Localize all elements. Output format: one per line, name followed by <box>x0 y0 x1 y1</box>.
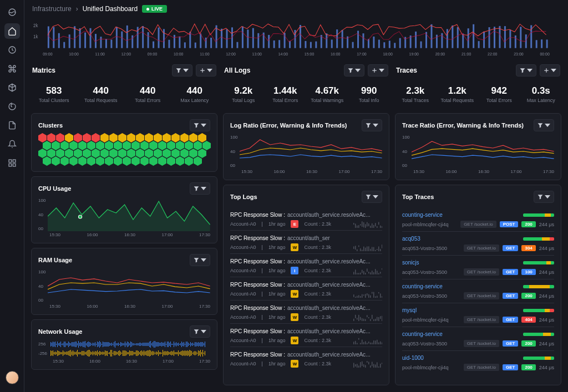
svg-rect-227 <box>373 340 374 344</box>
trace-row[interactable]: counting-service pool-mblmcqfer-cji4qGET… <box>402 211 554 231</box>
metrics-add-button[interactable] <box>196 64 216 77</box>
svg-rect-171 <box>370 272 371 274</box>
clusters-filter[interactable] <box>190 119 210 131</box>
svg-rect-233 <box>353 363 354 368</box>
cluster-hex[interactable] <box>131 156 140 166</box>
cluster-hex[interactable] <box>149 156 158 166</box>
svg-rect-45 <box>242 27 244 48</box>
svg-rect-2 <box>9 160 12 162</box>
svg-rect-212 <box>378 317 379 321</box>
svg-rect-64 <box>342 30 343 48</box>
cluster-hex[interactable] <box>78 156 87 166</box>
cluster-hex[interactable] <box>123 156 131 166</box>
logs-filter-button[interactable] <box>344 64 364 77</box>
trace-row[interactable]: counting-service acq053-Vostro-3500GET /… <box>402 279 554 303</box>
nav-clock[interactable] <box>4 42 20 58</box>
live-badge: LIVE <box>142 5 167 13</box>
svg-text:2k: 2k <box>33 23 38 28</box>
svg-rect-12 <box>69 34 70 48</box>
stat: 440Total Requests <box>78 85 124 103</box>
trace-row[interactable]: mysql pool-mblmcqfer-cji4qGET /socket.io… <box>402 303 554 327</box>
svg-rect-186 <box>365 294 366 298</box>
traces-add-button[interactable] <box>540 64 560 77</box>
nav-command[interactable] <box>4 61 20 77</box>
svg-rect-26 <box>142 26 144 48</box>
svg-rect-197 <box>353 319 354 321</box>
log-row[interactable]: RPC Response Slow :account/auth_service.… <box>230 300 382 323</box>
svg-rect-103 <box>546 39 548 48</box>
log-row[interactable]: RPC Response Slow :account/auth_service.… <box>230 211 382 230</box>
cpu-chart[interactable]: 1004000 15:3016:0016:3017:0017:30 <box>38 198 210 237</box>
log-row[interactable]: RPC Response Slow :account/auth_service.… <box>230 347 382 370</box>
cluster-hex[interactable] <box>114 156 122 166</box>
cluster-hex[interactable] <box>185 156 193 166</box>
trace-row[interactable]: sonicjs acq053-Vostro-3500GET /socket.io… <box>402 255 554 279</box>
trace-row[interactable]: acq053 acq053-Vostro-3500GET /socket.ioG… <box>402 231 554 255</box>
svg-rect-162 <box>355 269 356 274</box>
top-logs-filter[interactable] <box>362 191 382 203</box>
svg-rect-9 <box>53 27 54 48</box>
svg-text:00:00: 00:00 <box>540 51 549 56</box>
svg-rect-209 <box>373 319 374 321</box>
log-ratio-filter[interactable] <box>362 119 382 131</box>
stat: 440Max Latency <box>172 85 218 103</box>
nav-grid[interactable] <box>4 155 20 171</box>
cluster-hex[interactable] <box>52 156 60 166</box>
svg-rect-187 <box>367 293 368 296</box>
svg-rect-47 <box>252 28 254 48</box>
log-row[interactable]: RPC Response Slow :account/auth_service.… <box>230 253 382 277</box>
cluster-hex[interactable] <box>176 156 184 166</box>
cluster-hex[interactable] <box>194 156 202 166</box>
svg-rect-159 <box>380 249 381 251</box>
svg-rect-135 <box>370 226 371 228</box>
log-ratio-chart[interactable]: 1004000 15:3016:0016:3017:0017:30 <box>230 135 382 174</box>
svg-text:22:00: 22:00 <box>488 51 497 56</box>
cluster-hexgrid[interactable] <box>38 135 210 166</box>
svg-rect-250 <box>382 363 382 364</box>
ram-chart[interactable]: 1004000 15:3016:0016:3017:0017:30 <box>38 269 210 309</box>
nav-cube[interactable] <box>4 80 20 95</box>
logs-add-button[interactable] <box>368 64 388 77</box>
cluster-hex[interactable] <box>105 156 113 166</box>
svg-rect-24 <box>131 35 133 48</box>
trace-row[interactable]: uid-1000 pool-mblmcqfer-cji4qGET /socket… <box>402 350 554 374</box>
svg-rect-235 <box>357 364 358 368</box>
cpu-filter[interactable] <box>190 182 210 195</box>
avatar[interactable] <box>6 371 19 384</box>
ram-filter[interactable] <box>190 254 210 266</box>
cluster-hex[interactable] <box>140 156 149 166</box>
cluster-hex[interactable] <box>69 156 78 166</box>
svg-rect-199 <box>357 318 358 319</box>
nav-home[interactable] <box>4 23 20 39</box>
svg-rect-180 <box>355 297 356 298</box>
traces-filter-button[interactable] <box>516 64 536 77</box>
trace-row[interactable]: counting-service acq053-Vostro-3500GET /… <box>402 327 554 350</box>
trace-ratio-chart[interactable]: 1004000 15:3016:0016:3017:0017:30 <box>402 135 554 174</box>
cluster-hex[interactable] <box>96 156 104 166</box>
log-row[interactable]: RPC Response Slow :account/auth_service.… <box>230 277 382 300</box>
nav-spiral[interactable] <box>4 99 20 114</box>
nav-file[interactable] <box>4 118 20 133</box>
network-filter[interactable] <box>190 325 210 338</box>
svg-rect-79 <box>420 42 422 48</box>
cluster-hex[interactable] <box>158 156 166 166</box>
svg-rect-223 <box>367 343 368 344</box>
log-row[interactable]: RPC Response Slow :account/auth_service.… <box>230 323 382 347</box>
cluster-hex[interactable] <box>43 156 51 166</box>
cluster-hex[interactable] <box>60 156 69 166</box>
breadcrumb-root[interactable]: Infrastructure <box>32 5 72 13</box>
log-row[interactable]: RPC Response Slow :account/auth_ser Acco… <box>230 230 382 253</box>
svg-rect-34 <box>184 42 186 48</box>
svg-rect-141 <box>380 226 381 228</box>
trace-ratio-filter[interactable] <box>534 119 554 131</box>
nav-bell[interactable] <box>4 136 20 152</box>
svg-rect-174 <box>375 269 376 274</box>
cluster-hex[interactable] <box>87 156 95 166</box>
timeline-chart[interactable]: 2k1k09:0010:0011:0012:0009:0010:0011:001… <box>31 18 561 57</box>
metrics-filter-button[interactable] <box>172 64 192 77</box>
top-traces-filter[interactable] <box>534 191 554 203</box>
cluster-hex[interactable] <box>167 156 175 166</box>
network-chart[interactable]: 256-256 <box>38 341 210 357</box>
logs-column: All Logs 9.2kTotal Logs1.44kTotal Errors… <box>223 61 389 385</box>
svg-rect-154 <box>372 247 373 251</box>
